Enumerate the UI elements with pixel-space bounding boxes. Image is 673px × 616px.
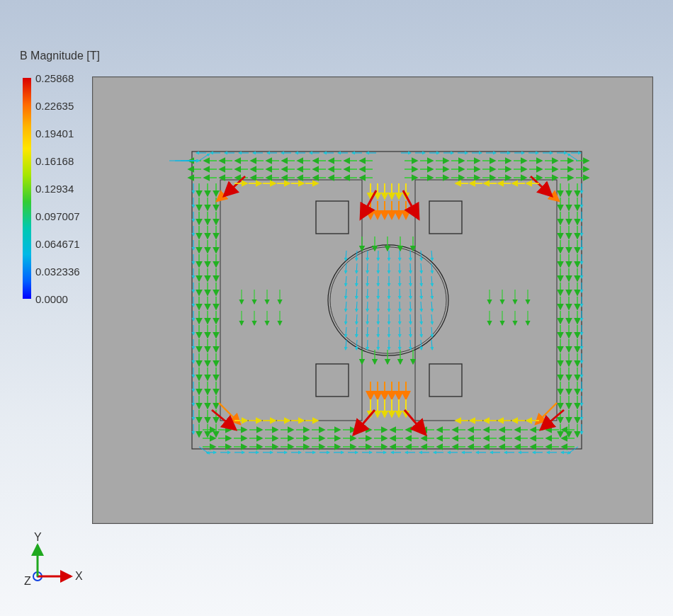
svg-line-514 [567,447,578,454]
model-geometry [192,152,582,449]
svg-line-386 [356,263,357,273]
svg-line-443 [431,276,432,286]
svg-line-361 [361,190,376,219]
svg-line-383 [346,327,346,337]
svg-point-7 [328,245,448,355]
svg-line-389 [356,302,357,312]
svg-rect-4 [429,201,462,234]
legend-tick: 0.22635 [35,100,74,112]
svg-rect-6 [429,364,462,397]
svg-line-388 [356,289,357,299]
axis-x-label: X [75,570,83,582]
legend-tick: 0.0000 [35,293,68,305]
svg-rect-2 [415,180,557,421]
svg-point-8 [330,247,446,353]
svg-line-378 [346,263,346,273]
svg-line-393 [367,251,368,261]
vector-field-plot [93,77,652,523]
svg-line-464 [212,410,236,430]
legend-tick: 0.25868 [35,72,74,84]
legend-tick: 0.19401 [35,127,74,139]
svg-line-390 [356,314,357,324]
svg-line-381 [346,302,346,312]
svg-line-395 [367,276,368,286]
svg-rect-0 [192,152,582,449]
svg-line-385 [356,251,357,261]
svg-line-394 [367,263,368,273]
svg-line-432 [410,340,411,350]
axis-y-label: Y [34,532,42,543]
legend-tick: 0.032336 [35,266,80,278]
svg-line-430 [410,314,411,324]
legend-title: B Magnitude [T] [20,50,100,62]
svg-line-431 [410,327,411,337]
plot-area[interactable] [92,76,653,524]
svg-line-426 [410,263,411,273]
svg-line-439 [421,327,422,337]
svg-line-392 [356,340,357,350]
svg-line-400 [367,340,368,350]
svg-line-446 [431,314,432,324]
svg-line-460 [224,176,245,196]
svg-line-428 [410,289,411,299]
svg-line-438 [421,314,422,324]
svg-line-382 [346,314,346,324]
svg-line-462 [531,176,552,196]
vector-arrows [169,153,589,454]
svg-line-427 [410,276,411,286]
legend-colorbar [23,78,31,299]
svg-line-384 [346,340,346,350]
svg-line-437 [421,302,422,312]
svg-line-429 [410,302,411,312]
svg-line-448 [431,340,432,350]
svg-line-398 [367,314,368,324]
svg-line-444 [431,289,432,299]
svg-line-435 [421,276,422,286]
svg-line-513 [199,447,210,454]
svg-line-442 [431,263,432,273]
svg-line-441 [431,251,432,261]
svg-line-380 [346,289,346,299]
svg-line-379 [346,276,346,286]
svg-line-445 [431,302,432,312]
legend-tick: 0.12934 [35,183,74,195]
axis-z-label: Z [24,575,31,587]
simulation-viewport[interactable]: B Magnitude [T] 0.25868 0.22635 0.19401 … [0,0,673,616]
svg-line-511 [199,154,210,161]
svg-line-436 [421,289,422,299]
svg-line-425 [410,251,411,261]
legend-tick: 0.16168 [35,155,74,167]
svg-line-433 [421,251,422,261]
svg-rect-3 [316,201,349,234]
svg-line-397 [367,302,368,312]
svg-line-387 [356,276,357,286]
legend-tick: 0.064671 [35,238,80,250]
svg-line-396 [367,289,368,299]
svg-line-375 [354,410,375,435]
color-legend: 0.25868 0.22635 0.19401 0.16168 0.12934 … [23,78,35,299]
svg-line-440 [421,340,422,350]
svg-line-399 [367,327,368,337]
svg-line-434 [421,263,422,273]
svg-line-512 [567,154,578,161]
axis-triad[interactable]: X Y Z [20,532,91,596]
svg-rect-5 [316,364,349,397]
svg-line-377 [346,251,346,261]
legend-tick: 0.097007 [35,210,80,222]
svg-line-391 [356,327,357,337]
